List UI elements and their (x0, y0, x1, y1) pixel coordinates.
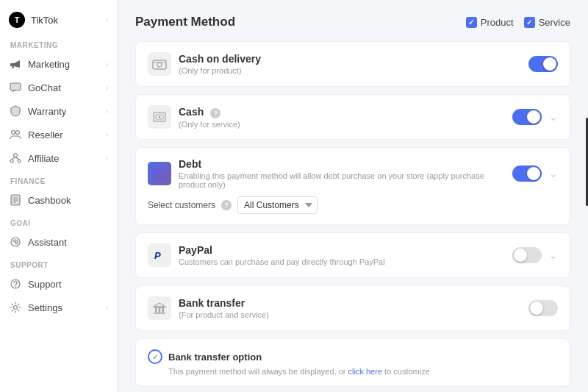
bank-option-link[interactable]: click here (348, 367, 382, 376)
paypal-expand-icon[interactable]: ⌄ (549, 249, 558, 261)
sidebar-item-tiktok[interactable]: T TikTok › (0, 6, 117, 34)
affiliate-icon (9, 152, 22, 165)
sidebar-item-marketing[interactable]: Marketing › (0, 52, 117, 76)
section-support-label: SUPPORT (0, 254, 117, 272)
cash-info-icon[interactable]: ? (210, 108, 220, 118)
svg-text:P: P (154, 250, 161, 261)
svg-line-6 (12, 157, 15, 160)
marketing-icon (9, 57, 22, 71)
payment-card-bank-transfer: Bank transfer (For product and service) (135, 285, 570, 331)
sidebar-item-reseller[interactable]: Reseller › (0, 123, 117, 146)
debt-expand-icon[interactable]: ⌄ (549, 168, 558, 179)
cash-on-delivery-text: Cash on delivery (Only for product) (179, 53, 521, 75)
sidebar-item-assistant[interactable]: Assistant (0, 230, 117, 254)
cashbook-label: Cashbook (28, 195, 108, 206)
cashbook-icon (9, 193, 22, 207)
bank-option-suffix: to customize (382, 367, 430, 376)
cash-on-delivery-title: Cash on delivery (179, 53, 521, 65)
cash-expand-icon[interactable]: ⌄ (549, 111, 558, 123)
sidebar: T TikTok › MARKETING Marketing › GoChat … (0, 0, 118, 392)
bank-transfer-text: Bank transfer (For product and service) (179, 297, 521, 319)
svg-rect-29 (162, 307, 165, 313)
product-checkbox[interactable] (466, 17, 477, 28)
paypal-toggle[interactable] (512, 247, 542, 263)
warranty-label: Warranty (28, 106, 100, 117)
settings-chevron-icon: › (106, 304, 108, 312)
svg-point-1 (12, 131, 15, 135)
sidebar-item-support[interactable]: Support (0, 272, 117, 296)
cash-on-delivery-actions (528, 56, 558, 72)
debt-header: D Debt Enabling this payment method will… (148, 158, 558, 189)
debt-customers-info-icon[interactable]: ? (221, 200, 232, 210)
cash-on-delivery-subtitle: (Only for product) (179, 66, 521, 75)
debt-customers-row: Select customers ? All Customers (148, 196, 558, 214)
affiliate-label: Affiliate (28, 153, 100, 164)
cash-on-delivery-icon (148, 52, 171, 76)
header-checkboxes: Product Service (466, 17, 570, 28)
section-marketing-label: MARKETING (0, 34, 117, 52)
svg-point-3 (14, 154, 18, 157)
paypal-subtitle: Customers can purchase and pay directly … (179, 257, 505, 266)
svg-rect-17 (153, 60, 166, 69)
affiliate-chevron-icon: › (106, 154, 108, 163)
bank-transfer-subtitle: (For product and service) (179, 310, 521, 319)
section-finance-label: FINANCE (0, 170, 117, 188)
bank-transfer-header: Bank transfer (For product and service) (148, 296, 558, 320)
svg-rect-27 (155, 307, 157, 313)
main-content: Payment Method Product Service Cash on d… (118, 0, 588, 392)
reseller-chevron-icon: › (106, 131, 108, 139)
product-checkbox-label[interactable]: Product (466, 17, 514, 28)
tiktok-chevron-icon: › (106, 16, 108, 24)
bank-option-desc-text: This payment method will always be displ… (168, 367, 348, 376)
cash-subtitle: (Only for service) (179, 120, 505, 129)
support-icon (9, 277, 22, 291)
payment-card-cash: Cash ? (Only for service) ⌄ (135, 94, 570, 140)
warranty-icon (9, 104, 22, 118)
sidebar-item-cashbook[interactable]: Cashbook (0, 188, 117, 212)
page-title: Payment Method (135, 15, 466, 29)
service-label: Service (539, 17, 570, 28)
paypal-title: PayPal (179, 244, 505, 256)
svg-line-7 (15, 157, 19, 160)
svg-point-15 (15, 286, 16, 288)
cash-on-delivery-toggle[interactable] (528, 56, 558, 72)
reseller-icon (9, 128, 22, 141)
gochat-label: GoChat (28, 82, 100, 93)
payment-card-paypal: P PayPal Customers can purchase and pay … (135, 232, 570, 278)
cash-actions: ⌄ (512, 109, 558, 125)
assistant-label: Assistant (28, 237, 108, 248)
marketing-label: Marketing (28, 59, 100, 70)
sidebar-item-gochat[interactable]: GoChat › (0, 76, 117, 99)
bank-transfer-toggle[interactable] (528, 300, 558, 316)
bank-option-header: ✓ Bank transfer option (148, 349, 558, 364)
bank-transfer-option-card: ✓ Bank transfer option This payment meth… (135, 338, 570, 387)
paypal-icon: P (148, 243, 171, 267)
service-checkbox[interactable] (524, 17, 535, 28)
sidebar-item-warranty[interactable]: Warranty › (0, 99, 117, 123)
cash-title: Cash ? (179, 106, 505, 118)
debt-icon: D (148, 162, 171, 185)
product-label: Product (481, 17, 514, 28)
cash-on-delivery-header: Cash on delivery (Only for product) (148, 52, 558, 76)
service-checkbox-label[interactable]: Service (524, 17, 570, 28)
debt-customers-label: Select customers (148, 200, 215, 210)
bank-transfer-title: Bank transfer (179, 297, 521, 309)
assistant-icon (9, 235, 22, 249)
svg-point-22 (159, 116, 161, 118)
payment-card-debt: D Debt Enabling this payment method will… (135, 147, 570, 225)
svg-point-5 (18, 160, 21, 163)
marketing-chevron-icon: › (106, 60, 108, 68)
bank-option-check-icon: ✓ (148, 349, 162, 364)
debt-subtitle: Enabling this payment method will allow … (179, 171, 505, 189)
tiktok-icon: T (9, 12, 25, 28)
sidebar-item-affiliate[interactable]: Affiliate › (0, 146, 117, 170)
debt-actions: ⌄ (512, 165, 558, 182)
cash-toggle[interactable] (512, 109, 542, 125)
settings-label: Settings (28, 302, 100, 313)
debt-customers-select[interactable]: All Customers (237, 196, 318, 214)
cash-icon (148, 105, 171, 129)
debt-toggle[interactable] (512, 165, 542, 182)
bank-transfer-icon (148, 296, 171, 320)
svg-point-16 (14, 306, 18, 310)
sidebar-item-settings[interactable]: Settings › (0, 296, 117, 319)
